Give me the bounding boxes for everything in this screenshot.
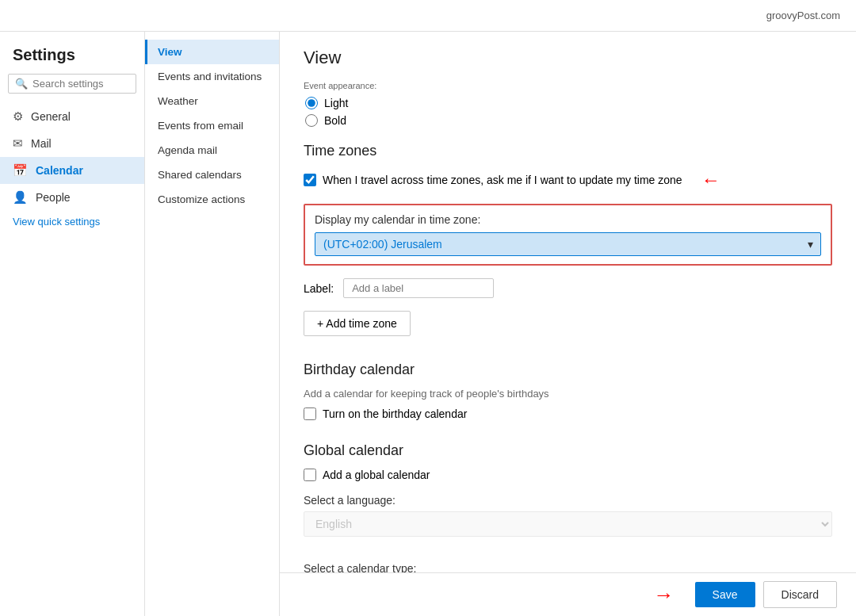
view-quick-settings-link[interactable]: View quick settings <box>0 211 144 232</box>
travel-checkbox[interactable] <box>304 174 316 186</box>
mid-nav-item-shared[interactable]: Shared calendars <box>145 163 279 187</box>
mid-nav-item-events[interactable]: Events and invitations <box>145 64 279 89</box>
global-add-row: Add a global calendar <box>304 469 832 481</box>
global-calendar-heading: Global calendar <box>304 442 832 459</box>
bottom-bar: → Save Discard <box>280 572 856 616</box>
discard-button[interactable]: Discard <box>763 581 837 608</box>
birthday-calendar-heading: Birthday calendar <box>304 362 832 378</box>
label-row: Label: <box>304 278 832 298</box>
sidebar-item-calendar[interactable]: 📅 Calendar <box>0 157 144 184</box>
event-appearance-label: Event appearance: <box>304 81 832 90</box>
radio-light[interactable]: Light <box>305 97 832 109</box>
calendar-icon: 📅 <box>13 163 28 178</box>
birthday-checkbox[interactable] <box>304 407 316 420</box>
language-select-wrapper: English <box>304 511 832 549</box>
appearance-radio-group: Light Bold <box>305 97 832 127</box>
birthday-checkbox-label: Turn on the birthday calendar <box>323 407 467 420</box>
timezone-box: Display my calendar in time zone: (UTC+0… <box>304 204 832 266</box>
mid-nav-item-view[interactable]: View <box>145 40 279 64</box>
red-arrow-save: → <box>654 583 674 607</box>
radio-bold[interactable]: Bold <box>305 114 832 127</box>
radio-light-label: Light <box>324 97 348 109</box>
global-calendar-checkbox[interactable] <box>304 469 316 481</box>
mid-nav-item-customize[interactable]: Customize actions <box>145 187 279 212</box>
brand-label: groovyPost.com <box>766 10 840 21</box>
sidebar-label-calendar: Calendar <box>36 164 83 177</box>
mail-icon: ✉ <box>13 136 23 151</box>
search-box[interactable]: 🔍 <box>8 74 136 94</box>
travel-checkbox-label: When I travel across time zones, ask me … <box>323 174 682 186</box>
radio-bold-input[interactable] <box>305 114 318 127</box>
display-timezone-label: Display my calendar in time zone: <box>315 213 821 226</box>
birthday-checkbox-row: Turn on the birthday calendar <box>304 407 832 420</box>
sidebar-item-mail[interactable]: ✉ Mail <box>0 130 144 157</box>
mid-nav-item-agenda[interactable]: Agenda mail <box>145 138 279 163</box>
timezone-select-wrapper: (UTC+02:00) Jerusalem ▾ <box>315 232 821 256</box>
radio-bold-label: Bold <box>324 114 346 127</box>
search-input[interactable] <box>32 78 129 90</box>
sidebar-label-people: People <box>36 191 71 204</box>
red-arrow-travel: ← <box>701 169 720 191</box>
sidebar-title: Settings <box>0 40 144 74</box>
birthday-desc: Add a calendar for keeping track of peop… <box>304 388 832 400</box>
global-add-label: Add a global calendar <box>323 469 430 481</box>
main-content: View Event appearance: Light Bold Time z… <box>280 32 856 616</box>
radio-light-input[interactable] <box>305 97 318 109</box>
time-zones-heading: Time zones <box>304 143 832 159</box>
sidebar-item-people[interactable]: 👤 People <box>0 184 144 211</box>
mid-nav: View Events and invitations Weather Even… <box>145 32 280 616</box>
sidebar: Settings 🔍 ⚙ General ✉ Mail 📅 Calendar 👤… <box>0 32 145 616</box>
search-icon: 🔍 <box>15 78 28 90</box>
label-text: Label: <box>304 282 334 295</box>
mid-nav-item-events-email[interactable]: Events from email <box>145 113 279 138</box>
travel-checkbox-row: When I travel across time zones, ask me … <box>304 169 832 191</box>
page-title: View <box>304 48 832 68</box>
gear-icon: ⚙ <box>13 109 23 124</box>
sidebar-label-general: General <box>31 110 71 123</box>
label-input[interactable] <box>343 278 494 298</box>
language-select: English <box>304 511 832 537</box>
sidebar-label-mail: Mail <box>31 137 52 150</box>
event-appearance-section: Event appearance: Light Bold <box>304 81 832 127</box>
add-timezone-button[interactable]: + Add time zone <box>304 311 411 336</box>
people-icon: 👤 <box>13 190 28 205</box>
timezone-select[interactable]: (UTC+02:00) Jerusalem <box>315 232 821 256</box>
language-select-label: Select a language: <box>304 494 832 507</box>
save-button[interactable]: Save <box>695 582 755 607</box>
mid-nav-item-weather[interactable]: Weather <box>145 89 279 113</box>
sidebar-item-general[interactable]: ⚙ General <box>0 103 144 130</box>
